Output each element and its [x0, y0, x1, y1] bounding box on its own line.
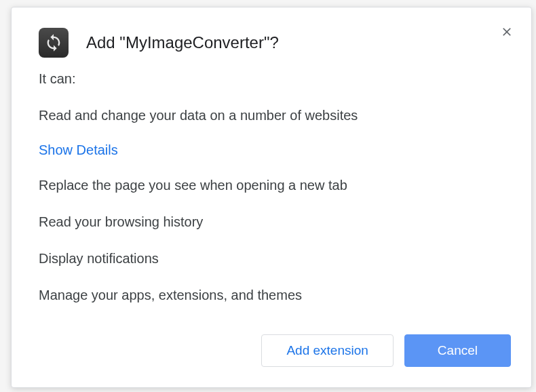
- dialog-title: Add "MyImageConverter"?: [86, 33, 279, 52]
- permission-item: Manage your apps, extensions, and themes: [39, 286, 504, 305]
- cancel-button[interactable]: Cancel: [404, 334, 511, 367]
- permission-item: Display notifications: [39, 249, 504, 268]
- extension-install-dialog: Add "MyImageConverter"? It can: Read and…: [11, 7, 532, 388]
- close-icon: [500, 25, 514, 39]
- add-extension-button[interactable]: Add extension: [261, 334, 393, 367]
- permission-item: Replace the page you see when opening a …: [39, 176, 504, 195]
- dialog-footer: Add extension Cancel: [12, 324, 531, 387]
- dialog-body: It can: Read and change your data on a n…: [12, 71, 531, 324]
- permission-item: Read and change your data on a number of…: [39, 106, 504, 125]
- close-button[interactable]: [499, 24, 515, 40]
- permissions-intro: It can:: [39, 71, 504, 87]
- dialog-header: Add "MyImageConverter"?: [12, 7, 531, 71]
- permission-item: Read your browsing history: [39, 212, 504, 231]
- sync-arrows-icon: [44, 33, 63, 52]
- show-details-link[interactable]: Show Details: [39, 142, 118, 158]
- extension-icon: [39, 28, 69, 58]
